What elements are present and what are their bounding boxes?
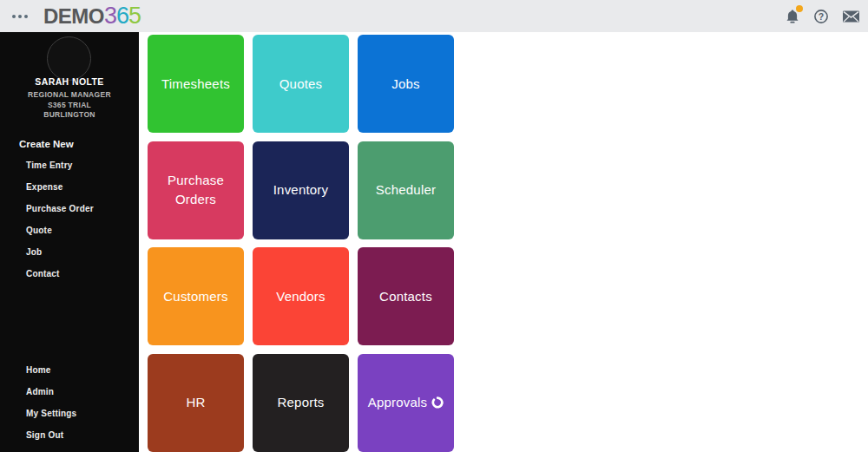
tile-label: Customers — [163, 287, 227, 306]
logo-digit-3: 3 — [104, 5, 116, 26]
logo-digit-6: 6 — [116, 5, 128, 26]
tile-label: Contacts — [379, 287, 432, 306]
tile-contacts[interactable]: Contacts — [358, 247, 454, 345]
help-icon[interactable]: ? — [813, 9, 829, 24]
tile-label: HR — [186, 393, 205, 412]
tile-label: Jobs — [391, 75, 420, 94]
tile-grid: Timesheets Quotes Jobs Purchase Orders I… — [148, 35, 454, 452]
create-new-header: Create New — [0, 134, 139, 154]
tile-timesheets[interactable]: Timesheets — [148, 35, 244, 133]
sidebar-item-expense[interactable]: Expense — [0, 176, 139, 198]
profile-avatar[interactable] — [47, 36, 91, 81]
tile-label: Purchase Orders — [159, 171, 233, 209]
tile-reports[interactable]: Reports — [253, 354, 349, 452]
sidebar-item-time-entry[interactable]: Time Entry — [0, 154, 139, 176]
tile-hr[interactable]: HR — [148, 354, 244, 452]
app-menu-ellipsis-icon[interactable] — [9, 10, 31, 23]
refresh-spinner-icon — [430, 395, 446, 411]
logo-digit-5: 5 — [128, 5, 141, 26]
profile-location: BURLINGTON — [0, 110, 139, 121]
profile-role: REGIONAL MANAGER — [0, 90, 139, 101]
tile-purchase-orders[interactable]: Purchase Orders — [148, 141, 244, 239]
sidebar-item-job[interactable]: Job — [0, 241, 139, 263]
tile-label: Vendors — [276, 287, 325, 306]
sidebar-item-admin[interactable]: Admin — [0, 381, 139, 403]
sidebar-item-quote[interactable]: Quote — [0, 219, 139, 241]
profile-block: SARAH NOLTE REGIONAL MANAGER S365 TRIAL … — [0, 76, 139, 121]
tile-scheduler[interactable]: Scheduler — [358, 141, 454, 239]
tile-label: Approvals — [368, 393, 428, 412]
bottom-nav: Home Admin My Settings Sign Out — [0, 359, 139, 446]
tile-inventory[interactable]: Inventory — [253, 141, 349, 239]
sidebar-item-purchase-order[interactable]: Purchase Order — [0, 198, 139, 219]
top-bar: DEMO 3 6 5 ? — [0, 0, 868, 32]
tile-label: Scheduler — [376, 180, 436, 200]
sidebar-item-home[interactable]: Home — [0, 359, 139, 381]
sidebar-item-sign-out[interactable]: Sign Out — [0, 424, 139, 446]
svg-text:?: ? — [819, 10, 824, 21]
tile-quotes[interactable]: Quotes — [253, 35, 349, 133]
create-new-nav: Create New Time Entry Expense Purchase O… — [0, 134, 139, 285]
tile-label: Reports — [278, 393, 325, 412]
demo365-logo: DEMO 3 6 5 — [43, 4, 141, 29]
tile-vendors[interactable]: Vendors — [253, 247, 349, 345]
tile-label: Inventory — [273, 180, 329, 200]
logo-word: DEMO — [43, 4, 104, 29]
sidebar-item-my-settings[interactable]: My Settings — [0, 403, 139, 424]
tile-approvals[interactable]: Approvals — [358, 354, 454, 452]
tile-customers[interactable]: Customers — [148, 247, 244, 345]
sidebar: SARAH NOLTE REGIONAL MANAGER S365 TRIAL … — [0, 32, 139, 452]
profile-name: SARAH NOLTE — [0, 76, 139, 87]
sidebar-item-contact[interactable]: Contact — [0, 263, 139, 285]
tile-jobs[interactable]: Jobs — [358, 35, 454, 133]
mail-envelope-icon[interactable] — [842, 10, 860, 23]
tile-label: Quotes — [279, 75, 323, 94]
notification-dot — [796, 5, 803, 12]
profile-plan: S365 TRIAL — [0, 101, 139, 111]
tile-label: Timesheets — [161, 75, 230, 94]
notifications-bell-icon[interactable] — [785, 9, 800, 24]
